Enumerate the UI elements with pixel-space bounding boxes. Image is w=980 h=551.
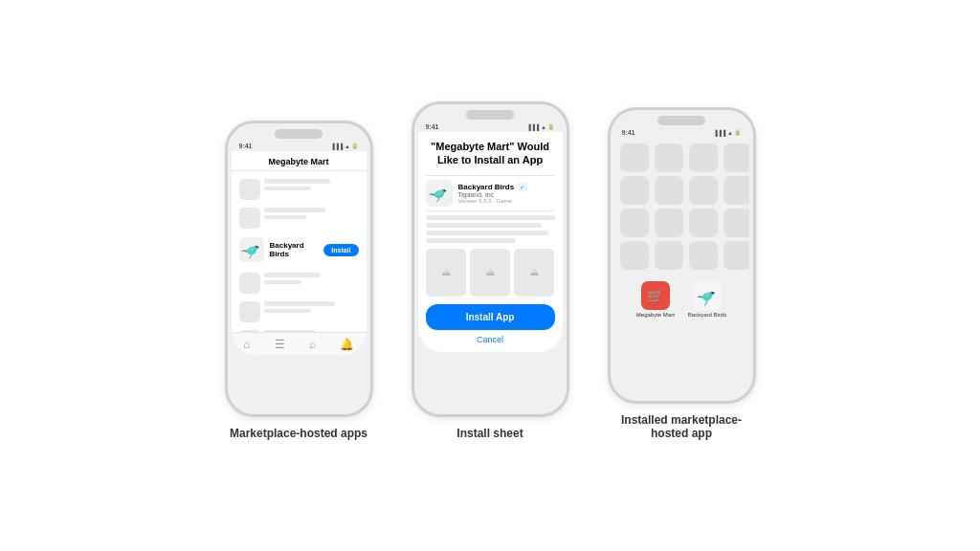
- scene: 9:41 ▐▐▐ ▲ 🔋 Megabyte Mart: [0, 82, 980, 469]
- home-grid-icon: [689, 176, 718, 205]
- backyard-birds-icon: [693, 281, 722, 310]
- phone-wrapper-install: 9:41 ▐▐▐ ▲ 🔋 "Megabyte Mart" Would Like …: [412, 101, 569, 440]
- phone-marketplace: 9:41 ▐▐▐ ▲ 🔋 Megabyte Mart: [225, 121, 373, 417]
- phone-home: 9:41 ▐▐▐ ▲ 🔋: [608, 107, 756, 404]
- desc-line: [426, 231, 548, 235]
- home-grid-icon: [724, 143, 749, 172]
- time-1: 9:41: [239, 143, 253, 149]
- svg-point-16: [714, 291, 716, 293]
- skeleton-icon: [239, 273, 260, 294]
- home-grid-icon: [689, 143, 718, 172]
- home-grid-icon: [620, 241, 649, 270]
- megabyte-mart-icon: 🛒: [641, 281, 670, 310]
- tab-list-icon[interactable]: ☰: [275, 338, 285, 351]
- verified-badge: ✓: [517, 183, 527, 191]
- home-grid-icon: [689, 241, 718, 270]
- home-row-4: [620, 241, 744, 270]
- sheet-app-dev: Tapland, Inc: [458, 191, 528, 198]
- tab-home-icon[interactable]: ⌂: [243, 338, 250, 351]
- skeleton-lines-2: [264, 208, 359, 229]
- skeleton-line: [264, 215, 307, 219]
- home-row-1: [620, 143, 744, 172]
- screenshot-1: ⛰: [426, 249, 466, 297]
- skeleton-line: [264, 301, 335, 306]
- skeleton-lines-4: [264, 301, 359, 322]
- app-name-row: Backyard Birds ✓: [458, 183, 528, 191]
- phone-wrapper-marketplace: 9:41 ▐▐▐ ▲ 🔋 Megabyte Mart: [225, 121, 373, 440]
- backyard-birds-label: Backyard Birds: [688, 312, 726, 318]
- home-screen: 🛒 Megabyte Mart: [614, 138, 749, 323]
- skeleton-lines-3: [264, 273, 359, 294]
- app-name-1: Backyard Birds: [270, 241, 319, 258]
- sheet-app-row: Backyard Birds ✓ Tapland, Inc Version 5.…: [426, 175, 555, 211]
- skeleton-icon: [239, 179, 260, 200]
- skeleton-lines-1: [264, 179, 359, 200]
- app-info-birds: Backyard Birds: [270, 241, 319, 258]
- phone-content-1: Megabyte Mart: [232, 151, 367, 355]
- skeleton-icon: [239, 301, 260, 322]
- home-grid-icon: [689, 209, 718, 237]
- phone-label-3: Installed marketplace- hosted app: [621, 413, 742, 440]
- megabyte-mart-icon-wrapper[interactable]: 🛒 Megabyte Mart: [636, 281, 675, 318]
- phone-label-1: Marketplace-hosted apps: [230, 427, 368, 440]
- notch-1: [275, 129, 323, 139]
- home-grid-icon: [724, 209, 749, 237]
- home-grid-icon: [620, 209, 649, 237]
- backyard-birds-icon-wrapper[interactable]: Backyard Birds: [688, 281, 726, 318]
- megabyte-mart-label: Megabyte Mart: [636, 312, 675, 318]
- bird-icon-2: [426, 180, 453, 207]
- skeleton-line: [264, 208, 325, 212]
- home-grid-icon: [724, 176, 749, 205]
- home-grid-icon: [620, 176, 649, 205]
- tab-bell-icon[interactable]: 🔔: [340, 338, 354, 351]
- status-icons-1: ▐▐▐ ▲ 🔋: [330, 143, 358, 149]
- status-bar-1: 9:41 ▐▐▐ ▲ 🔋: [228, 139, 370, 151]
- home-grid-icon: [655, 143, 683, 172]
- sheet-app-name: Backyard Birds: [458, 183, 515, 191]
- status-icons-2: ▐▐▐ ▲ 🔋: [526, 123, 554, 130]
- home-grid-icon: [655, 209, 683, 237]
- skeleton-line: [264, 187, 312, 190]
- home-grid-icon: [724, 241, 749, 270]
- screenshot-3: ⛰: [514, 249, 554, 297]
- status-bar-3: 9:41 ▐▐▐ ▲ 🔋: [611, 125, 753, 138]
- skeleton-icon: [239, 208, 260, 229]
- desc-line: [426, 223, 543, 228]
- time-3: 9:41: [622, 129, 635, 136]
- skeleton-line: [264, 273, 321, 277]
- home-row-3: [620, 209, 744, 237]
- screenshot-2: ⛰: [470, 249, 510, 297]
- install-app-button[interactable]: Install App: [426, 304, 555, 330]
- bird-icon-1: [239, 237, 264, 262]
- skeleton-line: [264, 179, 330, 184]
- tab-search-icon[interactable]: ⌕: [309, 338, 316, 351]
- home-grid-icon: [655, 241, 683, 270]
- phone-install: 9:41 ▐▐▐ ▲ 🔋 "Megabyte Mart" Would Like …: [412, 101, 569, 417]
- phone-content-3: 🛒 Megabyte Mart: [614, 138, 749, 323]
- install-sheet: "Megabyte Mart" Would Like to Install an…: [418, 132, 563, 352]
- svg-point-10: [445, 188, 447, 190]
- home-grid-icon: [620, 143, 649, 172]
- skeleton-line: [264, 309, 312, 313]
- desc-line: [426, 238, 517, 243]
- cancel-button[interactable]: Cancel: [426, 335, 555, 344]
- install-button-1[interactable]: Install: [323, 244, 358, 256]
- screenshots-row: ⛰ ⛰ ⛰: [426, 249, 555, 297]
- phone-content-2: "Megabyte Mart" Would Like to Install an…: [418, 132, 563, 352]
- sheet-title: "Megabyte Mart" Would Like to Install an…: [426, 140, 555, 167]
- tab-bar-1: ⌂ ☰ ⌕ 🔔: [232, 332, 367, 355]
- home-row-2: [620, 176, 744, 205]
- notch-2: [466, 110, 514, 120]
- home-grid-icon: [655, 176, 683, 205]
- svg-point-4: [257, 246, 259, 248]
- sheet-description: [426, 215, 555, 243]
- phone-label-2: Install sheet: [457, 427, 523, 440]
- status-bar-2: 9:41 ▐▐▐ ▲ 🔋: [414, 120, 567, 132]
- labeled-icons-row: 🛒 Megabyte Mart: [620, 281, 744, 318]
- notch-3: [657, 116, 705, 125]
- sheet-app-version: Version 5.5.0 · Game: [458, 198, 528, 204]
- time-2: 9:41: [426, 123, 439, 130]
- app-row-birds: Backyard Birds Install: [232, 232, 367, 267]
- skeleton-line: [264, 280, 302, 284]
- sheet-app-info: Backyard Birds ✓ Tapland, Inc Version 5.…: [458, 183, 528, 204]
